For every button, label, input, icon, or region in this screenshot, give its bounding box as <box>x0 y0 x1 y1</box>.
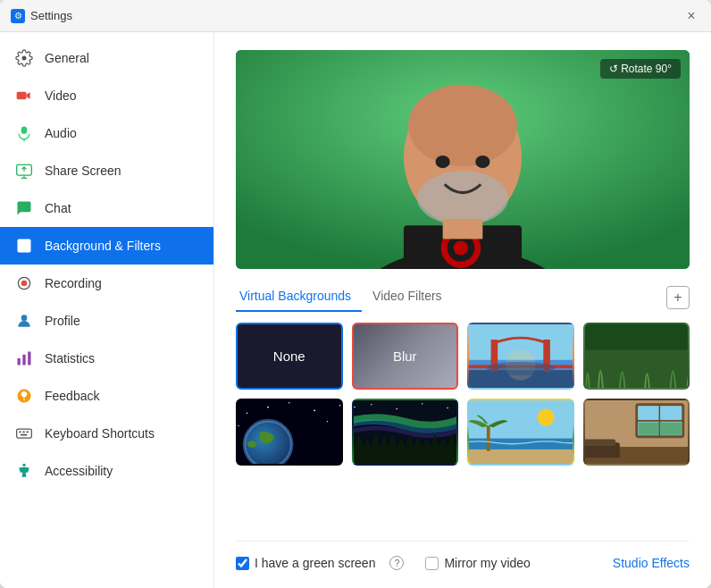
svg-rect-33 <box>443 219 483 239</box>
statistics-icon <box>14 349 34 368</box>
svg-rect-75 <box>638 423 658 435</box>
svg-point-50 <box>339 405 341 407</box>
golden-gate-svg <box>469 324 573 388</box>
svg-point-31 <box>436 155 450 168</box>
svg-point-48 <box>289 402 290 404</box>
titlebar: ⚙ Settings × <box>0 0 711 32</box>
sidebar-item-statistics[interactable]: Statistics <box>0 340 213 377</box>
sidebar-label-statistics: Statistics <box>45 351 95 365</box>
tab-virtual-backgrounds[interactable]: Virtual Backgrounds <box>236 283 362 312</box>
svg-point-58 <box>371 404 372 405</box>
background-filters-icon <box>14 236 34 256</box>
mirror-label[interactable]: Mirror my video <box>425 556 530 570</box>
profile-icon <box>14 311 34 331</box>
bottom-bar: I have a green screen ? Mirror my video … <box>236 541 690 570</box>
green-screen-text: I have a green screen <box>255 556 375 570</box>
studio-effects-link[interactable]: Studio Effects <box>613 556 690 570</box>
tab-video-filters[interactable]: Video Filters <box>369 283 453 312</box>
svg-rect-18 <box>27 432 29 433</box>
sidebar-label-chat: Chat <box>45 201 71 215</box>
background-beach[interactable] <box>467 399 574 466</box>
svg-point-52 <box>238 425 238 426</box>
titlebar-title: ⚙ Settings <box>11 9 72 23</box>
svg-point-61 <box>447 407 448 409</box>
keyboard-shortcuts-icon <box>14 424 34 443</box>
svg-rect-77 <box>660 423 682 435</box>
sidebar-item-background-filters[interactable]: Background & Filters <box>0 227 213 265</box>
background-aurora[interactable] <box>352 399 459 466</box>
svg-rect-79 <box>585 440 615 447</box>
svg-point-29 <box>408 85 517 166</box>
sidebar-item-feedback[interactable]: Feedback <box>0 377 213 415</box>
svg-rect-64 <box>469 449 573 464</box>
aurora-svg <box>354 400 457 464</box>
svg-point-46 <box>247 412 248 414</box>
svg-rect-74 <box>638 407 658 420</box>
svg-rect-1 <box>17 92 27 99</box>
background-golden-gate[interactable] <box>467 323 574 390</box>
background-grass[interactable] <box>583 323 690 390</box>
sidebar-item-keyboard-shortcuts[interactable]: Keyboard Shortcuts <box>0 415 213 452</box>
video-preview: ↺ Rotate 90° <box>236 50 690 269</box>
svg-point-41 <box>487 362 555 375</box>
sidebar-label-share-screen: Share Screen <box>45 164 121 178</box>
svg-rect-10 <box>18 358 21 365</box>
sidebar-item-recording[interactable]: Recording <box>0 265 213 302</box>
mirror-text: Mirror my video <box>444 556 530 570</box>
sidebar-item-general[interactable]: General <box>0 39 213 77</box>
add-background-button[interactable]: + <box>666 286 690 309</box>
svg-rect-15 <box>17 429 32 438</box>
sidebar-label-general: General <box>45 51 89 65</box>
svg-point-30 <box>417 171 508 225</box>
green-screen-help-icon[interactable]: ? <box>389 556 404 570</box>
svg-point-9 <box>21 315 28 321</box>
svg-rect-19 <box>21 434 27 436</box>
settings-window: ⚙ Settings × General Video <box>0 0 711 588</box>
mirror-checkbox[interactable] <box>425 557 439 570</box>
preview-svg <box>236 50 690 269</box>
rotate-button[interactable]: ↺ Rotate 90° <box>600 59 681 79</box>
svg-rect-63 <box>469 439 573 451</box>
svg-point-6 <box>22 242 27 247</box>
green-screen-checkbox[interactable] <box>236 557 249 570</box>
svg-point-8 <box>21 281 28 287</box>
sidebar-item-share-screen[interactable]: Share Screen <box>0 152 213 189</box>
sidebar-item-audio[interactable]: Audio <box>0 114 213 152</box>
sidebar-item-accessibility[interactable]: Accessibility <box>0 452 213 490</box>
svg-rect-16 <box>19 432 21 433</box>
tabs-area: Virtual Backgrounds Video Filters + <box>236 283 690 312</box>
background-space[interactable] <box>236 399 343 466</box>
close-button[interactable]: × <box>682 7 700 25</box>
svg-point-20 <box>22 464 25 466</box>
sidebar-label-video: Video <box>45 88 77 103</box>
svg-point-57 <box>354 407 356 408</box>
svg-point-51 <box>327 421 328 422</box>
svg-point-60 <box>422 403 422 404</box>
space-svg <box>238 400 341 464</box>
background-blur[interactable]: Blur <box>352 323 459 390</box>
background-none[interactable]: None <box>236 323 343 390</box>
sidebar-item-profile[interactable]: Profile <box>0 302 213 340</box>
svg-point-0 <box>22 56 27 61</box>
audio-icon <box>14 123 34 143</box>
main-content: ↺ Rotate 90° Virtual Backgrounds Video F… <box>214 32 711 588</box>
background-room[interactable] <box>583 399 690 466</box>
sidebar-label-background-filters: Background & Filters <box>45 239 161 253</box>
sidebar-label-keyboard-shortcuts: Keyboard Shortcuts <box>45 426 155 441</box>
room-svg <box>585 400 689 464</box>
sidebar-label-recording: Recording <box>45 276 102 290</box>
chat-icon <box>14 198 34 218</box>
sidebar-label-accessibility: Accessibility <box>45 464 113 478</box>
svg-rect-12 <box>28 352 30 365</box>
window-title: Settings <box>30 9 72 22</box>
sidebar: General Video Audio Share Screen <box>0 32 214 588</box>
sidebar-item-chat[interactable]: Chat <box>0 189 213 227</box>
feedback-icon <box>14 386 34 406</box>
green-screen-label[interactable]: I have a green screen <box>236 556 375 570</box>
svg-point-2 <box>21 127 28 134</box>
video-icon <box>14 86 34 105</box>
svg-point-65 <box>538 408 555 425</box>
sidebar-item-video[interactable]: Video <box>0 77 213 114</box>
svg-point-27 <box>454 240 468 255</box>
svg-point-47 <box>267 407 269 408</box>
